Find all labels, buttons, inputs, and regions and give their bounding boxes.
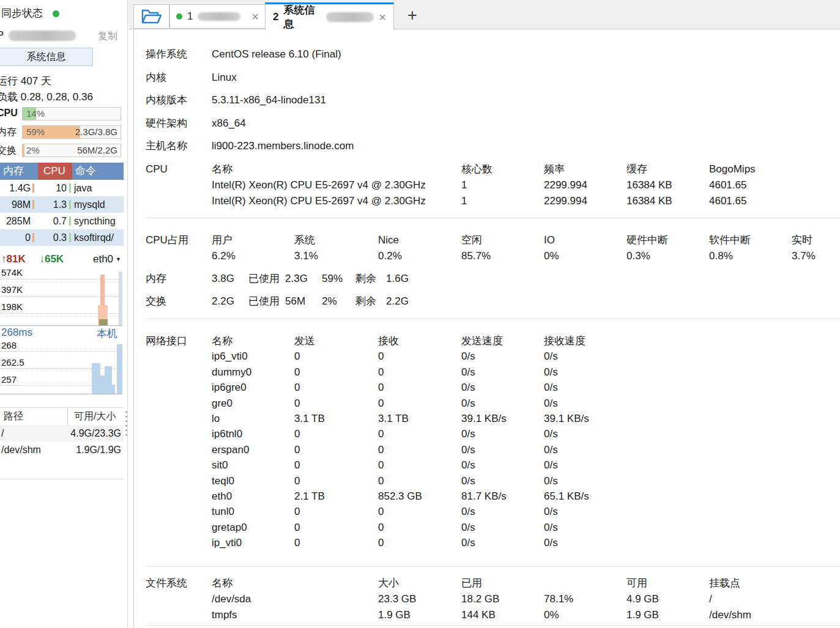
cpu-col-bogomips: BogoMips <box>709 161 840 177</box>
ping-row: 268ms 本机 <box>1 327 122 341</box>
system-info-button[interactable]: 系统信息 <box>0 48 93 66</box>
fs-used-cell: 18.2 GB <box>461 591 544 607</box>
iface-name-cell: erspan0 <box>212 442 294 457</box>
iface-received-cell: 0 <box>378 364 461 380</box>
process-header-cpu[interactable]: CPU <box>38 163 72 180</box>
load-value: 0.28, 0.28, 0.36 <box>21 91 93 103</box>
cpu-tick-bar <box>69 216 71 226</box>
process-header-memory[interactable]: 内存 <box>0 163 38 180</box>
iface-sent-cell: 0 <box>294 364 378 380</box>
info-row: 操作系统 CentOS release 6.10 (Final) <box>134 43 840 66</box>
memory-tick-bar <box>32 233 34 242</box>
cpu-tick-bar <box>69 200 71 209</box>
uptime-value: 407 天 <box>21 75 51 87</box>
iface-send-rate-cell: 0/s <box>461 457 544 473</box>
iface-sent-cell: 0 <box>294 473 378 489</box>
tab1-close-icon[interactable]: × <box>251 10 259 23</box>
redacted-ip-value <box>9 31 76 41</box>
process-row[interactable]: 0 0.3 ksoftirqd/ <box>0 229 124 246</box>
iface-name-cell: teql0 <box>212 473 294 489</box>
disk-header-path[interactable]: 路径 <box>0 408 67 425</box>
panel-drag-handle[interactable] <box>124 410 128 438</box>
process-table-header: 内存 CPU 命令 <box>0 163 124 180</box>
interface-selector[interactable]: eth0▼ <box>93 253 121 265</box>
tab2-close-icon[interactable]: × <box>379 11 386 23</box>
down-arrow-icon: ↓ <box>39 253 45 265</box>
uptime-label: 运行 <box>0 75 18 87</box>
fs-mountpoint-cell: / <box>709 591 840 607</box>
tab2-number: 2 <box>273 11 278 23</box>
info-label: 硬件架构 <box>146 112 212 135</box>
iface-received-cell: 0 <box>378 442 461 457</box>
divider <box>146 319 840 319</box>
iface-received-cell: 0 <box>378 396 461 411</box>
iface-name-cell: ip6_vti0 <box>212 349 294 364</box>
iface-send-rate-cell: 0/s <box>461 396 544 411</box>
connected-dot-icon <box>176 13 182 20</box>
iface-recv-rate-cell: 0/s <box>544 396 840 411</box>
iface-sent-cell: 0 <box>294 349 378 364</box>
iface-name-cell: lo <box>212 411 294 426</box>
swap-free: 2.2G <box>386 294 840 309</box>
cpu-table: CPU 名称 核心数 频率 缓存 BogoMips Intel(R) Xeon(… <box>134 161 840 209</box>
spacer-cell <box>146 426 212 441</box>
disk-header-free-size[interactable]: 可用/大小 <box>67 408 116 425</box>
fs-free-cell: 4.9 GB <box>626 591 709 607</box>
open-connection-button[interactable] <box>133 4 169 29</box>
ping-target[interactable]: 本机 <box>97 327 117 341</box>
iface-received-cell: 0 <box>378 457 461 473</box>
iface-sent-cell: 0 <box>294 396 378 411</box>
chevron-down-icon: ▼ <box>116 256 121 262</box>
network-interfaces-table: 网络接口 名称 发送 接收 发送速度 接收速度 ip6_vti0 0 0 0/s… <box>134 333 840 550</box>
new-tab-button[interactable]: + <box>402 5 423 26</box>
memory-meter-percent: 59% <box>26 127 45 137</box>
iface-received-cell: 0 <box>378 520 461 535</box>
iface-sent-cell: 0 <box>294 457 378 473</box>
tab-bar: 1 × 2 系统信息 × + <box>128 0 840 29</box>
spacer-cell <box>146 349 212 364</box>
iface-recv-rate-cell: 0/s <box>544 442 840 457</box>
spacer-cell <box>146 591 212 607</box>
swap-used: 56M <box>285 294 322 309</box>
iface-recv-rate-cell: 0/s <box>544 535 840 550</box>
open-folder-icon <box>141 9 162 24</box>
info-row: 内核版本 5.3.11-x86_64-linode131 <box>134 89 840 112</box>
ping-axis-label: 262.5 <box>1 357 24 368</box>
disk-row[interactable]: / 4.9G/23.3G <box>0 425 124 441</box>
process-row[interactable]: 98M 1.3 mysqld <box>0 196 124 213</box>
iface-name-cell: gre0 <box>212 396 294 411</box>
iface-send-rate-cell: 0/s <box>461 504 544 519</box>
process-row[interactable]: 1.4G 10 java <box>0 180 124 196</box>
copy-ip-button[interactable]: 复制 <box>98 30 117 43</box>
sync-status-row: 同步状态 <box>1 6 59 20</box>
fs-section-label: 文件系统 <box>146 575 212 591</box>
tab-terminal-1[interactable]: 1 × <box>169 4 266 29</box>
process-row[interactable]: 285M 0.7 syncthing <box>0 213 124 229</box>
spacer-cell <box>146 489 212 504</box>
usage-header: 实时 <box>792 232 840 248</box>
disk-free-size-cell: 4.9G/23.3G <box>68 425 124 441</box>
iface-name-cell: dummy0 <box>212 364 294 380</box>
cpu-col-cache: 缓存 <box>626 161 709 177</box>
process-table: 内存 CPU 命令 1.4G 10 java 98M 1.3 mysqld <box>0 163 124 246</box>
iface-received-cell: 0 <box>378 380 461 395</box>
swap-percent: 2% <box>322 294 355 309</box>
process-cpu-cell: 10 <box>38 180 72 196</box>
info-value: CentOS release 6.10 (Final) <box>212 43 840 66</box>
memory-total: 3.8G <box>212 271 248 287</box>
iface-recv-rate-cell: 0/s <box>544 380 840 395</box>
swap-summary-row: 交换 2.2G 已使用 56M 2% 剩余 2.2G <box>134 294 840 309</box>
fs-col-size: 大小 <box>378 575 461 591</box>
iface-send-rate-cell: 81.7 KB/s <box>461 489 544 504</box>
chart-bar <box>112 385 115 394</box>
info-row: 内核 Linux <box>134 66 840 89</box>
fs-col-mountpoint: 挂载点 <box>709 575 840 591</box>
tab-system-info-2[interactable]: 2 系统信息 × <box>265 2 394 30</box>
info-value: Linux <box>212 66 840 89</box>
cpu-tick-bar <box>69 233 71 242</box>
usage-value: 3.1% <box>294 248 378 264</box>
disk-row[interactable]: /dev/shm 1.9G/1.9G <box>0 441 124 458</box>
process-header-command[interactable]: 命令 <box>72 163 124 180</box>
cpu-freq-cell: 2299.994 <box>544 177 626 193</box>
load-label: 负载 <box>0 91 18 103</box>
